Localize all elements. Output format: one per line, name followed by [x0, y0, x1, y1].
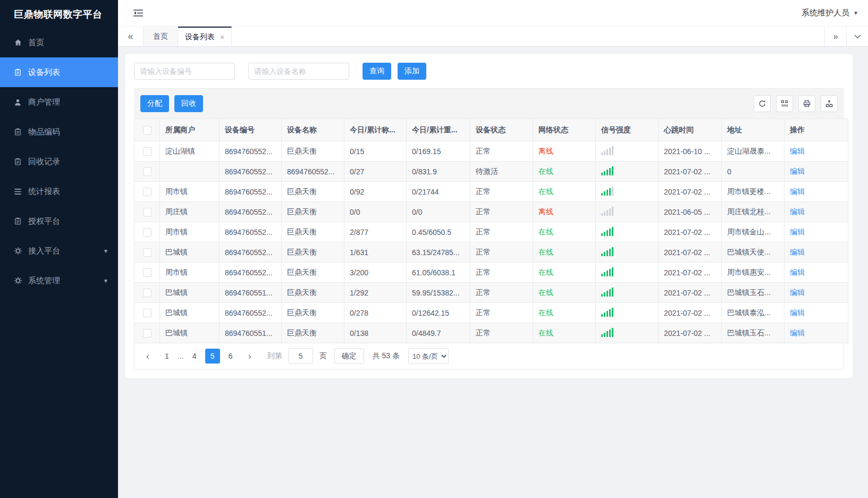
device-name-cell: 巨鼎天衡: [282, 263, 344, 283]
select-all-checkbox[interactable]: [143, 126, 151, 134]
row-checkbox[interactable]: [143, 309, 151, 317]
sidebar-item-label: 物品编码: [28, 127, 60, 137]
row-checkbox[interactable]: [143, 268, 151, 277]
user-role-label: 系统维护人员: [802, 8, 849, 18]
print-button[interactable]: [798, 95, 815, 112]
edit-link[interactable]: 编辑: [790, 227, 805, 236]
device-no-cell: 8694760551...: [220, 283, 282, 303]
table-row: 巴城镇8694760551...巨鼎天衡1/29259.95/15382...正…: [134, 283, 848, 303]
tabs-menu-icon[interactable]: [846, 27, 868, 46]
device-no-input[interactable]: [134, 63, 235, 80]
row-checkbox[interactable]: [143, 167, 151, 176]
table-row: 巴城镇8694760552...巨鼎天衡0/2780/12642.15正常在线2…: [134, 303, 848, 323]
network-status-badge: 在线: [538, 167, 553, 175]
next-page-icon[interactable]: ›: [242, 348, 258, 364]
sidebar-item-授权平台[interactable]: 授权平台: [0, 206, 118, 236]
action-cell: 编辑: [785, 202, 848, 222]
tabs-scroll-left-icon[interactable]: «: [118, 27, 144, 46]
today-weight-cell: 59.95/15382...: [407, 283, 470, 303]
action-cell: 编辑: [785, 263, 848, 283]
table-panel: 分配 回收 所属商户设备编号设备名称今日/累计称...今日/累计重...设备状: [134, 88, 844, 369]
total-count-label: 共 53 条: [373, 351, 400, 361]
row-checkbox[interactable]: [143, 208, 151, 216]
action-cell: 编辑: [785, 323, 848, 343]
device-name-input[interactable]: [248, 63, 349, 80]
edit-link[interactable]: 编辑: [790, 207, 805, 216]
edit-link[interactable]: 编辑: [790, 147, 805, 155]
tab-device-list[interactable]: 设备列表 ×: [178, 27, 232, 46]
goto-page-input[interactable]: [289, 348, 313, 364]
edit-link[interactable]: 编辑: [790, 308, 805, 317]
sidebar-item-接入平台[interactable]: 接入平台▼: [0, 236, 118, 266]
device-no-cell: 8694760552...: [220, 303, 282, 323]
today-count-cell: 3/200: [344, 263, 407, 283]
sidebar-item-物品编码[interactable]: 物品编码: [0, 117, 118, 147]
page-size-select[interactable]: 10 条/页: [408, 348, 449, 364]
user-menu[interactable]: 系统维护人员 ▼: [802, 8, 858, 18]
device-name-cell: 巨鼎天衡: [282, 141, 344, 162]
sidebar-item-回收记录[interactable]: 回收记录: [0, 147, 118, 176]
device-status-cell: 正常: [470, 303, 533, 323]
recycle-button[interactable]: 回收: [174, 95, 203, 112]
page-number-6[interactable]: 6: [223, 349, 238, 364]
signal-cell: [596, 222, 659, 242]
page-number-5[interactable]: 5: [205, 349, 220, 364]
row-checkbox[interactable]: [143, 228, 151, 237]
network-status-cell: 在线: [533, 303, 596, 323]
tab-close-icon[interactable]: ×: [220, 33, 224, 41]
goto-confirm-button[interactable]: 确定: [334, 348, 364, 364]
assign-button[interactable]: 分配: [140, 95, 169, 112]
today-count-cell: 0/0: [344, 202, 407, 222]
page-number-4[interactable]: 4: [187, 349, 202, 364]
query-button[interactable]: 查询: [363, 63, 391, 80]
device-table-head: 所属商户设备编号设备名称今日/累计称...今日/累计重...设备状态网络状态信号…: [134, 119, 848, 141]
network-status-badge: 离线: [538, 147, 553, 155]
sidebar-item-系统管理[interactable]: 系统管理▼: [0, 266, 118, 296]
main-area: 系统维护人员 ▼ « 首页 设备列表 × »: [118, 0, 868, 498]
page-ellipsis: ...: [178, 352, 184, 360]
device-status-cell: 正常: [470, 222, 533, 242]
sidebar: 巨鼎物联网数字平台 首页设备列表商户管理物品编码回收记录统计报表授权平台接入平台…: [0, 0, 118, 498]
signal-strength-icon: [601, 307, 613, 317]
network-status-cell: 在线: [533, 263, 596, 283]
row-checkbox[interactable]: [143, 329, 151, 337]
edit-link[interactable]: 编辑: [790, 248, 805, 256]
device-no-cell: 8694760552...: [220, 182, 282, 202]
sidebar-collapse-icon[interactable]: [133, 9, 144, 18]
row-checkbox[interactable]: [143, 289, 151, 297]
device-no-cell: 8694760552...: [220, 141, 282, 162]
prev-page-icon[interactable]: ‹: [140, 348, 156, 364]
row-checkbox[interactable]: [143, 147, 151, 156]
signal-cell: [596, 162, 659, 182]
edit-link[interactable]: 编辑: [790, 167, 805, 175]
top-bar: 系统维护人员 ▼: [118, 0, 868, 26]
edit-link[interactable]: 编辑: [790, 328, 805, 337]
tabs-scroll-right-icon[interactable]: »: [824, 27, 846, 46]
sidebar-item-设备列表[interactable]: 设备列表: [0, 57, 118, 87]
sidebar-item-商户管理[interactable]: 商户管理: [0, 87, 118, 117]
sidebar-item-首页[interactable]: 首页: [0, 28, 118, 57]
signal-cell: [596, 323, 659, 343]
export-button[interactable]: [821, 95, 838, 112]
edit-link[interactable]: 编辑: [790, 288, 805, 297]
row-checkbox[interactable]: [143, 248, 151, 257]
edit-link[interactable]: 编辑: [790, 187, 805, 196]
sidebar-item-统计报表[interactable]: 统计报表: [0, 176, 118, 206]
sidebar-nav: 首页设备列表商户管理物品编码回收记录统计报表授权平台接入平台▼系统管理▼: [0, 28, 118, 296]
columns-button[interactable]: [776, 95, 793, 112]
edit-link[interactable]: 编辑: [790, 268, 805, 276]
refresh-button[interactable]: [754, 95, 771, 112]
row-checkbox[interactable]: [143, 188, 151, 196]
today-weight-cell: 0/4849.7: [407, 323, 470, 343]
device-no-cell: 8694760552...: [220, 242, 282, 263]
tab-home[interactable]: 首页: [144, 27, 178, 46]
table-row: 周庄镇8694760552...巨鼎天衡0/00/0正常离线2021-06-05…: [134, 202, 848, 222]
address-cell: 周市镇更楼...: [722, 182, 785, 202]
page-numbers: 1...456: [158, 349, 240, 364]
page-number-1[interactable]: 1: [159, 349, 174, 364]
heartbeat-cell: 2021-07-02 ...: [659, 283, 722, 303]
merchant-cell: 淀山湖镇: [160, 141, 220, 162]
sidebar-item-label: 统计报表: [28, 187, 60, 197]
network-status-badge: 在线: [538, 288, 553, 297]
add-button[interactable]: 添加: [398, 63, 426, 80]
